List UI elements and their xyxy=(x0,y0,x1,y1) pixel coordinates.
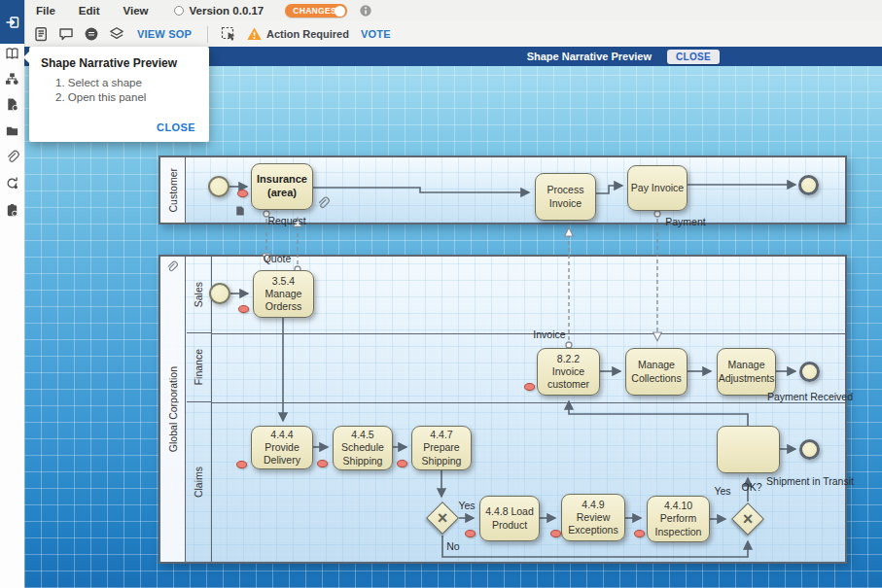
flow-label-shipment-in-transit: Shipment in Transit xyxy=(766,475,854,488)
status-badge xyxy=(465,530,476,537)
layers-icon[interactable] xyxy=(108,25,125,43)
status-badge xyxy=(524,383,535,391)
task-provide-delivery[interactable]: 4.4.4 Provide Delivery xyxy=(251,426,313,469)
version-indicator[interactable]: Version 0.0.17 xyxy=(174,5,265,17)
attachment-icon xyxy=(316,196,330,214)
flow-label-ok: OK? xyxy=(736,481,767,494)
pool-customer-label: Customer xyxy=(167,168,179,213)
document-settings-icon[interactable] xyxy=(5,97,19,112)
panel-close-button[interactable]: CLOSE xyxy=(667,50,720,64)
status-badge xyxy=(317,460,328,467)
task-unlabeled[interactable] xyxy=(717,426,780,473)
changes-label: CHANGES xyxy=(293,6,336,16)
version-radio-icon xyxy=(174,6,184,16)
task-load-product[interactable]: 4.4.8 Load Product xyxy=(479,496,540,541)
changes-toggle[interactable]: CHANGES xyxy=(285,4,347,17)
view-sop-button[interactable]: VIEW SOP xyxy=(137,28,192,40)
lane-finance-label-cell: Finance xyxy=(187,333,212,402)
version-label: Version 0.0.17 xyxy=(190,5,265,17)
status-badge xyxy=(236,461,247,468)
status-badge xyxy=(397,460,407,467)
flow-label-payment-received: Payment Received xyxy=(756,391,864,403)
task-schedule-shipping[interactable]: 4.4.5 Schedule Shipping xyxy=(333,426,393,470)
select-shape-icon[interactable] xyxy=(220,25,237,43)
left-sidebar xyxy=(0,0,25,588)
clipboard-settings-icon[interactable] xyxy=(5,203,19,218)
gateway-x-icon: × xyxy=(737,508,759,530)
task-manage-collections[interactable]: Manage Collections xyxy=(625,348,688,396)
document-attachment-icon xyxy=(234,203,246,221)
lane-finance-label: Finance xyxy=(193,349,204,385)
link-icon[interactable] xyxy=(5,150,19,164)
task-process-invoice[interactable]: Process Invoice xyxy=(535,173,596,221)
end-event-payment-received[interactable] xyxy=(799,362,820,382)
status-badge xyxy=(237,190,248,197)
task-prepare-shipping[interactable]: 4.4.7 Prepare Shipping xyxy=(411,426,472,470)
task-invoice-customer[interactable]: 8.2.2 Invoice customer xyxy=(537,348,600,396)
flow-label-yes: Yes xyxy=(452,500,481,512)
lane-claims-label: Claims xyxy=(193,467,204,498)
status-badge xyxy=(238,305,249,313)
flow-label-invoice: Invoice xyxy=(522,329,577,341)
menu-bar: File Edit View Version 0.0.17 CHANGES xyxy=(24,0,882,22)
comment-icon[interactable] xyxy=(57,25,75,43)
folder-icon[interactable] xyxy=(5,123,19,138)
toolbar-separator xyxy=(207,26,208,43)
task-manage-adjustments[interactable]: Manage Adjustments xyxy=(717,348,776,396)
notes-icon[interactable] xyxy=(32,25,50,43)
menu-view[interactable]: View xyxy=(112,5,160,17)
discussion-icon[interactable] xyxy=(83,25,100,43)
flow-label-payment: Payment xyxy=(656,216,715,228)
vote-button[interactable]: VOTE xyxy=(361,28,391,40)
flow-label-quote: Quote xyxy=(254,253,300,265)
action-required-label: Action Required xyxy=(266,28,349,40)
popup-close-button[interactable]: CLOSE xyxy=(157,121,195,133)
lane-claims-label-cell: Claims xyxy=(187,402,212,562)
lane-sales-label: Sales xyxy=(193,282,204,307)
pool-global-label: Global Corporation xyxy=(167,366,179,452)
popup-step-2: 2. Open this panel xyxy=(55,91,209,103)
task-manage-orders[interactable]: 3.5.4 Manage Orderss xyxy=(253,270,314,318)
shape-narrative-popup: Shape Narrative Preview 1. Select a shap… xyxy=(29,47,209,142)
end-event-customer[interactable] xyxy=(798,175,819,195)
attachment-icon xyxy=(165,260,178,273)
warning-icon xyxy=(245,25,263,43)
flow-label-yes2: Yes xyxy=(709,485,736,498)
task-insurance[interactable]: Insurance (area) xyxy=(251,163,313,210)
menu-edit[interactable]: Edit xyxy=(67,5,112,17)
bpmn-canvas[interactable]: Customer Global Corporation Sales Financ… xyxy=(24,66,882,588)
lane-sales-label-cell: Sales xyxy=(187,257,212,333)
panel-title: Shape Narrative Preview xyxy=(527,51,652,62)
pool-global-label-strip: Global Corporation xyxy=(160,257,186,562)
start-event-sales[interactable] xyxy=(209,283,230,304)
changes-toggle-knob xyxy=(335,6,345,17)
process-map-icon[interactable] xyxy=(5,72,19,86)
popup-step-1: 1. Select a shape xyxy=(55,77,209,88)
status-badge xyxy=(550,530,561,537)
export-icon xyxy=(5,15,20,30)
shape-narrative-icon[interactable] xyxy=(5,47,19,61)
lane-divider xyxy=(212,402,846,403)
gateway-x-icon: × xyxy=(432,507,453,529)
task-review-exceptions[interactable]: 4.4.9 Review Exceptions xyxy=(561,494,625,541)
task-pay-invoice[interactable]: Pay Invoice xyxy=(627,165,688,211)
end-event-shipment[interactable] xyxy=(799,439,820,460)
menu-file[interactable]: File xyxy=(24,5,67,17)
task-perform-inspection[interactable]: 4.4.10 Perform Inspection xyxy=(647,496,710,542)
popup-title: Shape Narrative Preview xyxy=(29,47,209,77)
pool-customer-label-strip: Customer xyxy=(160,157,186,223)
lane-label-column: Sales Finance Claims xyxy=(187,257,212,562)
status-badge xyxy=(634,530,645,537)
flow-label-no: No xyxy=(441,540,466,553)
toolbar: VIEW SOP Action Required VOTE xyxy=(24,21,882,48)
export-panel-button[interactable] xyxy=(0,0,24,44)
info-icon[interactable] xyxy=(357,2,374,19)
flow-label-request: Request xyxy=(261,215,313,227)
start-event-customer[interactable] xyxy=(208,176,229,197)
history-icon[interactable] xyxy=(5,176,19,190)
